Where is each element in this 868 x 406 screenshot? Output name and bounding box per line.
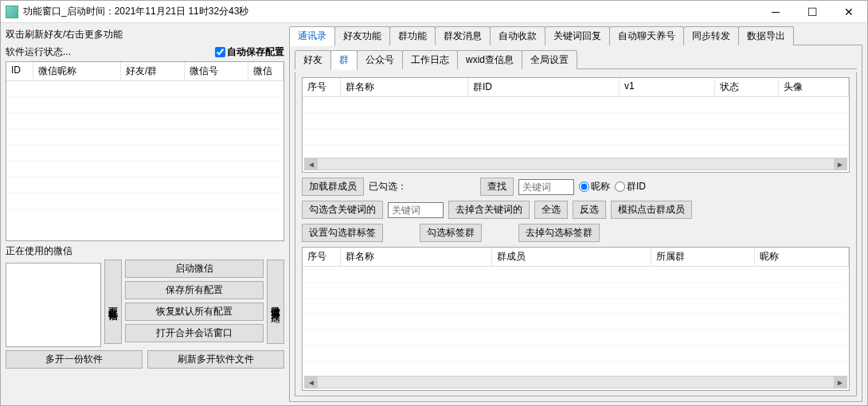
autosave-checkbox[interactable]: 自动保存配置 bbox=[215, 45, 284, 59]
radio-groupid[interactable]: 群ID bbox=[615, 180, 646, 193]
controls-row-1: 加载群成员 已勾选： 查找 昵称 群ID bbox=[302, 178, 850, 196]
subtab-wxid[interactable]: wxid查信息 bbox=[457, 50, 522, 69]
hint-text: 双击刷新好友/右击更多功能 bbox=[6, 26, 284, 42]
set-tag-button[interactable]: 设置勾选群标签 bbox=[302, 224, 383, 242]
sub-tabs: 好友 群 公众号 工作日志 wxid查信息 全局设置 bbox=[295, 50, 857, 69]
tab-group-func[interactable]: 群功能 bbox=[389, 26, 436, 45]
tab-friend-func[interactable]: 好友功能 bbox=[334, 26, 390, 45]
g1-col-v1[interactable]: v1 bbox=[620, 78, 715, 96]
app-window: 功能窗口_启动时间：2021年11月21日 11时32分43秒 ─ ☐ ✕ 双击… bbox=[0, 0, 868, 406]
friends-table-body[interactable] bbox=[6, 81, 283, 241]
keyword-input[interactable] bbox=[518, 179, 574, 195]
tab-export[interactable]: 数据导出 bbox=[738, 26, 794, 45]
g2-col-belong[interactable]: 所属群 bbox=[651, 248, 755, 266]
check-contain-button[interactable]: 勾选含关键词的 bbox=[302, 201, 383, 219]
friends-table[interactable]: ID 微信昵称 好友/群 微信号 微信 bbox=[6, 61, 284, 241]
g1-col-avatar[interactable]: 头像 bbox=[779, 78, 849, 96]
title-bar: 功能窗口_启动时间：2021年11月21日 11时32分43秒 ─ ☐ ✕ bbox=[1, 1, 867, 23]
col-nick[interactable]: 微信昵称 bbox=[33, 62, 121, 80]
subtab-global[interactable]: 全局设置 bbox=[522, 50, 577, 69]
g1-col-name[interactable]: 群名称 bbox=[341, 78, 468, 96]
main-tabs: 通讯录 好友功能 群功能 群发消息 自动收款 关键词回复 自动聊天养号 同步转发… bbox=[289, 26, 862, 45]
members-table-body[interactable] bbox=[303, 267, 849, 391]
launch-wx-button[interactable]: 启动微信 bbox=[125, 260, 264, 278]
col-id[interactable]: ID bbox=[6, 62, 33, 80]
refresh-multi-button[interactable]: 刷新多开软件文件 bbox=[147, 350, 284, 369]
autosave-label: 自动保存配置 bbox=[227, 45, 284, 59]
scroll-right-icon[interactable]: ► bbox=[834, 158, 846, 170]
left-panel: 双击刷新好友/右击更多功能 软件运行状态... 自动保存配置 ID 微信昵称 好… bbox=[1, 23, 287, 405]
friends-table-head: ID 微信昵称 好友/群 微信号 微信 bbox=[6, 62, 283, 81]
groups-table[interactable]: 序号 群名称 群ID v1 状态 头像 ◄ ► bbox=[302, 77, 850, 173]
groups-hscroll[interactable]: ◄ ► bbox=[304, 158, 847, 170]
app-icon bbox=[6, 6, 18, 18]
tab-mass-send[interactable]: 群发消息 bbox=[435, 26, 491, 45]
load-members-button[interactable]: 加载群成员 bbox=[302, 178, 364, 196]
sim-click-button[interactable]: 模拟点击群成员 bbox=[611, 201, 692, 219]
find-button[interactable]: 查找 bbox=[480, 178, 514, 196]
controls-row-3: 设置勾选群标签 勾选标签群 去掉勾选标签群 bbox=[302, 224, 850, 242]
subtab-friends[interactable]: 好友 bbox=[295, 50, 331, 69]
keyword2-input[interactable] bbox=[388, 202, 444, 218]
maximize-button[interactable]: ☐ bbox=[794, 1, 831, 23]
window-title: 功能窗口_启动时间：2021年11月21日 11时32分43秒 bbox=[23, 5, 248, 18]
g1-col-gid[interactable]: 群ID bbox=[468, 78, 620, 96]
close-button[interactable]: ✕ bbox=[831, 1, 867, 23]
sub-tab-page: 序号 群名称 群ID v1 状态 头像 ◄ ► bbox=[295, 72, 857, 396]
autosave-input[interactable] bbox=[215, 47, 225, 57]
g2-col-nick[interactable]: 昵称 bbox=[755, 248, 849, 266]
minimize-button[interactable]: ─ bbox=[757, 1, 794, 23]
invert-button[interactable]: 反选 bbox=[573, 201, 606, 219]
check-tag-button[interactable]: 勾选标签群 bbox=[420, 224, 482, 242]
select-all-button[interactable]: 全选 bbox=[534, 201, 568, 219]
members-hscroll[interactable]: ◄ ► bbox=[304, 376, 847, 388]
scroll-left-icon[interactable]: ◄ bbox=[305, 377, 318, 388]
wx-window-tip-button[interactable]: 微信窗口点不开点这 bbox=[267, 260, 284, 344]
g1-col-seq[interactable]: 序号 bbox=[303, 78, 341, 96]
tab-contacts[interactable]: 通讯录 bbox=[289, 26, 335, 46]
col-wxh[interactable]: 微信号 bbox=[185, 62, 248, 80]
right-panel: 通讯录 好友功能 群功能 群发消息 自动收款 关键词回复 自动聊天养号 同步转发… bbox=[287, 23, 867, 405]
col-fg[interactable]: 好友/群 bbox=[121, 62, 185, 80]
controls-row-2: 勾选含关键词的 去掉含关键词的 全选 反选 模拟点击群成员 bbox=[302, 201, 850, 219]
scroll-left-icon[interactable]: ◄ bbox=[305, 158, 318, 170]
subtab-groups[interactable]: 群 bbox=[330, 50, 358, 70]
tab-sync-forward[interactable]: 同步转发 bbox=[683, 26, 739, 45]
subtab-official[interactable]: 公众号 bbox=[357, 50, 403, 69]
save-config-button[interactable]: 保存所有配置 bbox=[125, 281, 264, 299]
g1-col-status[interactable]: 状态 bbox=[715, 78, 779, 96]
remove-tag-button[interactable]: 去掉勾选标签群 bbox=[518, 224, 600, 242]
col-wxi[interactable]: 微信 bbox=[248, 62, 283, 80]
radio-nick[interactable]: 昵称 bbox=[579, 180, 610, 193]
tab-keyword-reply[interactable]: 关键词回复 bbox=[545, 26, 610, 45]
multi-open-button[interactable]: 多开一份软件 bbox=[6, 350, 143, 369]
current-wx-box[interactable] bbox=[6, 263, 101, 347]
uncheck-contain-button[interactable]: 去掉含关键词的 bbox=[448, 201, 530, 219]
checked-label: 已勾选： bbox=[369, 180, 407, 193]
main-tab-page: 好友 群 公众号 工作日志 wxid查信息 全局设置 序号 群名称 群ID v1 bbox=[289, 45, 862, 402]
g2-col-member[interactable]: 群成员 bbox=[492, 248, 651, 266]
restore-config-button[interactable]: 恢复默认所有配置 bbox=[125, 303, 264, 321]
tab-auto-collect[interactable]: 自动收款 bbox=[490, 26, 545, 45]
scroll-right-icon[interactable]: ► bbox=[834, 377, 846, 388]
download-wx-button[interactable]: 下载配套微信 bbox=[104, 260, 122, 344]
g2-col-name[interactable]: 群名称 bbox=[341, 248, 492, 266]
using-wx-label: 正在使用的微信 bbox=[6, 244, 284, 258]
merge-window-button[interactable]: 打开合并会话窗口 bbox=[125, 324, 264, 342]
status-text: 软件运行状态... bbox=[6, 45, 71, 59]
members-table[interactable]: 序号 群名称 群成员 所属群 昵称 ◄ ► bbox=[302, 247, 850, 391]
g2-col-seq[interactable]: 序号 bbox=[303, 248, 341, 266]
subtab-worklog[interactable]: 工作日志 bbox=[402, 50, 458, 69]
tab-auto-chat[interactable]: 自动聊天养号 bbox=[609, 26, 684, 45]
